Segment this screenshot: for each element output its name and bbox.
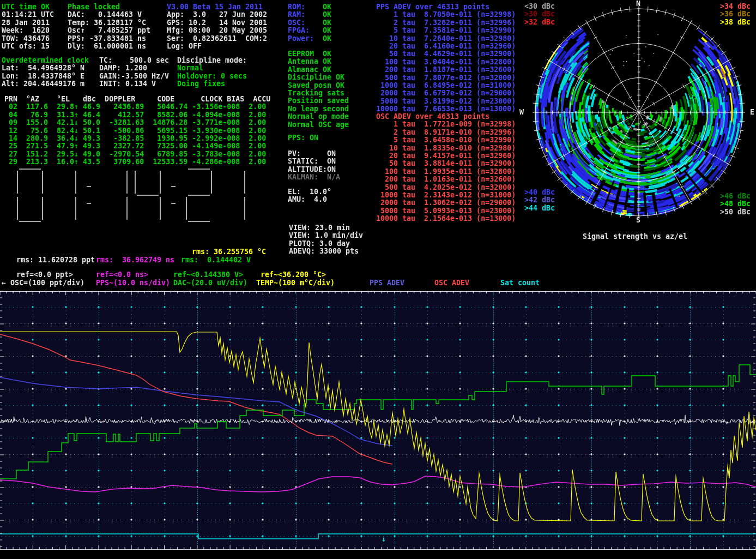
text-line: >46 dBc	[720, 193, 751, 200]
text-line: 50 tau 3.8814e-011 (n=32900)	[376, 160, 516, 167]
text-line: Mfg: 08:00 20 May 2005	[167, 27, 267, 34]
text-span: Mfg: 08:00 20 May 2005	[167, 26, 267, 34]
text-span: >32 dBc	[524, 18, 555, 26]
pps-adev-table: PPS ADEV over 46313 points 1 tau 8.7050e…	[376, 3, 516, 113]
text-span: 10000 tau 2.1564e-013 (n=13000)	[376, 214, 516, 223]
text-span: 27 151.2 29.5↓ 49.0 -2970.54 6789.85 -3.…	[4, 150, 266, 158]
text-line: AMU: 4.0	[288, 196, 331, 203]
text-line: 28 Jan 2011	[2, 19, 54, 27]
text-line: PPS: ON	[288, 134, 318, 142]
text-span: 09 155.0 42.1↓ 50.0 -3281.63 14876.28 -3…	[4, 118, 266, 127]
text-line: N	[636, 0, 640, 8]
text-span: 1000 tau 6.8495e-012 (n=31000)	[376, 81, 516, 89]
text-span: PRN °AZ °EL dBc DOPPLER CODE CLOCK BIAS …	[4, 95, 270, 103]
text-span: 12 75.6 82.4↓ 50.1 -500.86 5695.15 -3.93…	[4, 127, 266, 135]
text-span: Power:	[288, 34, 323, 43]
text-line: Normal	[177, 64, 247, 72]
text-span: 20 tau 9.4157e-011 (n=32960)	[376, 152, 516, 160]
osc-adev-table: OSC ADEV over 46313 points 1 tau 1.7721e…	[376, 113, 516, 223]
text-span: DAC~(20.0 uV/div)	[173, 279, 247, 287]
receiver-status: EEPROM OKAntenna OKAlmanac OKDiscipline …	[288, 50, 349, 129]
text-line: 2 tau 8.9171e-010 (n=32996)	[376, 129, 516, 136]
text-line: Almanac OK	[288, 66, 349, 74]
text-line: KALMAN: N/A	[288, 173, 340, 181]
text-span: ref~<36.200 °C>	[261, 271, 326, 279]
text-line: UTC time OK	[2, 3, 54, 11]
text-span: Normal op mode	[288, 112, 349, 121]
text-line: GAIN:-3.500 Hz/V	[99, 73, 169, 80]
text-span: 5000 tau 5.0993e-013 (n=23000)	[376, 207, 516, 215]
polar-caption: Signal strength vs az/el	[583, 233, 687, 241]
text-line: 5 tau 3.6458e-010 (n=32990)	[376, 136, 516, 144]
rms-dac: rms: 0.144402 V	[181, 256, 251, 264]
text-span: STATIC: ON	[288, 157, 336, 165]
text-line: Alt: 204.46449176 m	[2, 80, 89, 88]
text-line: 5 tau 7.3581e-011 (n=32990)	[376, 27, 516, 34]
text-span: Lat: 54.4964928° N	[2, 64, 84, 72]
text-line: 10 tau 7.2640e-011 (n=32980)	[376, 35, 516, 43]
text-span: 20 tau 6.4160e-011 (n=32960)	[376, 42, 516, 50]
text-span: Sat count	[500, 279, 540, 287]
text-line: ref~<0.144380 V>	[173, 271, 243, 279]
text-span: 5 tau 7.3581e-011 (n=32990)	[376, 26, 516, 34]
text-span: PPS: ON	[288, 134, 318, 142]
dbc-legend-bottom-left: >40 dBc>42 dBc>44 dBc	[524, 189, 555, 212]
text-span: Temp: 36.128117 °C	[68, 19, 146, 27]
text-line: 100 tau 3.0404e-011 (n=32800)	[376, 58, 516, 66]
text-span: Osc↑ 7.485257 ppt	[68, 26, 150, 34]
text-line: 500 tau 7.8077e-012 (n=32000)	[376, 74, 516, 82]
text-span: W	[519, 108, 524, 116]
text-span: Discipline mode:	[177, 56, 247, 64]
text-span: 2000 tau 1.3062e-012 (n=29000)	[376, 199, 516, 207]
text-line: >48 dBc	[720, 200, 751, 208]
text-span: Saved posn OK	[288, 81, 344, 89]
text-span: N	[636, 0, 640, 8]
text-span: ADEVQ: 33000 pts	[289, 247, 359, 255]
position-block: Overdetermined clockLat: 54.4964928° NLo…	[2, 57, 89, 88]
text-line: S	[636, 217, 640, 224]
text-span: GPS: 10.2 14 Nov 2001	[167, 19, 267, 27]
text-line: 200 tau 1.8187e-011 (n=32600)	[376, 66, 516, 74]
text-line: E	[750, 109, 754, 116]
text-span: ref~<0.144380 V>	[173, 271, 243, 279]
text-line: Log: OFF	[167, 43, 267, 50]
text-line: 1 tau 1.7721e-009 (n=32998)	[376, 121, 516, 128]
text-span: OK	[323, 10, 331, 19]
text-span: OK	[323, 3, 331, 11]
text-line: DAC~(20.0 uV/div)	[173, 279, 247, 287]
text-span: DAMP: 1.200	[99, 64, 147, 72]
text-span: PV: ON	[288, 149, 336, 158]
text-line: 50 tau 4.4629e-011 (n=32900)	[376, 50, 516, 58]
lady-heather-screen: UTC time OK01:14:21 UTC28 Jan 2011Week: …	[0, 0, 756, 559]
text-span: 500 tau 7.8077e-012 (n=32000)	[376, 74, 516, 82]
text-line: GPS: 10.2 14 Nov 2001	[167, 19, 267, 27]
text-line: Doing fixes	[177, 80, 247, 88]
ref-pps: ref=<0.0 ns>	[96, 271, 148, 279]
text-line: ref~<36.200 °C>	[261, 271, 326, 279]
text-span: 2 tau 8.9171e-010 (n=32996)	[376, 128, 516, 136]
text-line: 27 151.2 29.5↓ 49.0 -2970.54 6789.85 -3.…	[4, 151, 270, 158]
text-line: Power: OK	[288, 35, 331, 43]
text-span: Position saved	[288, 97, 349, 105]
text-span: PPS ADEV over 46313 points	[376, 3, 489, 11]
text-line: W	[519, 109, 524, 116]
text-line: Discipline mode:	[177, 57, 247, 64]
text-line: TOW: 436476	[2, 35, 54, 43]
text-line: Signal strength vs az/el	[583, 233, 687, 241]
text-line: ref=<0.0 ns>	[96, 271, 148, 279]
text-line: Week: 1620	[2, 27, 54, 34]
text-line: Antenna OK	[288, 58, 349, 65]
text-span: AMU: 4.0	[288, 195, 327, 203]
text-span: Holdover: 0 secs	[177, 72, 247, 80]
text-line: >38 dBc	[720, 19, 751, 26]
text-span: VIEW: 1.0 min/div	[289, 231, 363, 239]
text-line: Dly: 61.000001 ns	[68, 43, 150, 50]
text-line: 12 75.6 82.4↓ 50.1 -500.86 5695.15 -3.93…	[4, 127, 270, 135]
mask-settings: EL: 10.0°AMU: 4.0	[288, 188, 331, 204]
text-span: FPGA:	[288, 26, 323, 34]
text-span: <30 dBc	[524, 2, 555, 10]
text-line: 5000 tau 5.0993e-013 (n=23000)	[376, 207, 516, 215]
text-span: Log: OFF	[167, 42, 202, 50]
text-line: >36 dBc	[720, 10, 751, 18]
text-span: >44 dBc	[524, 204, 555, 212]
